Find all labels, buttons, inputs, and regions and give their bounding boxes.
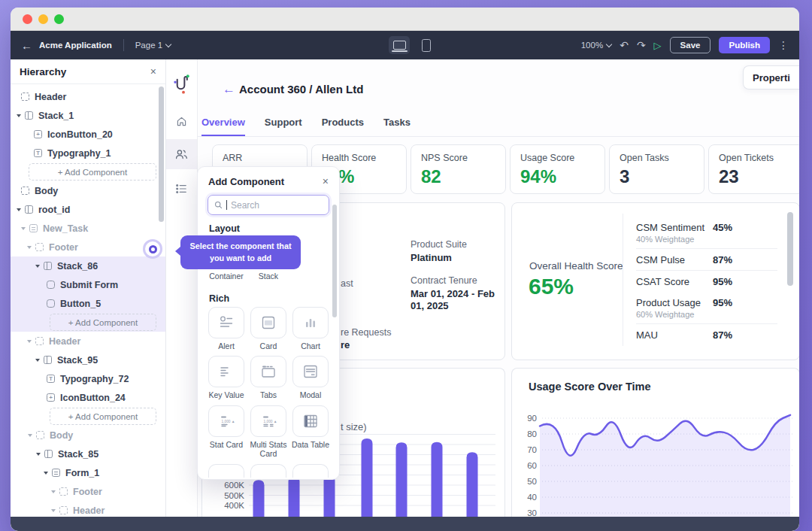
tree-item-submit-form[interactable]: Submit Form: [11, 275, 165, 294]
tree-caret-icon[interactable]: [17, 114, 21, 117]
nav-accounts-button[interactable]: [165, 139, 197, 169]
component-tile-clipped[interactable]: [250, 464, 287, 478]
search-input[interactable]: [231, 200, 323, 211]
tree-caret-icon[interactable]: [36, 453, 41, 456]
tree-item-stack-95[interactable]: Stack_95: [11, 350, 165, 369]
kpi-card-nps-score[interactable]: NPS Score82: [411, 144, 506, 194]
close-icon[interactable]: ×: [323, 175, 329, 187]
tree-item-stack-1[interactable]: Stack_1: [11, 106, 165, 125]
component-tile-tabs[interactable]: Tabs: [250, 356, 287, 400]
close-window-button[interactable]: [23, 14, 32, 24]
back-arrow-icon[interactable]: ←: [21, 39, 32, 52]
mobile-preview-button[interactable]: [416, 36, 437, 54]
tree-item-header[interactable]: Header: [11, 332, 165, 350]
tree-item-stack-86[interactable]: Stack_86: [11, 256, 165, 275]
tree-item-footer[interactable]: Footer: [11, 482, 165, 501]
redo-icon[interactable]: ↷: [637, 40, 646, 50]
tree-add-component-button[interactable]: + Add Component: [11, 162, 165, 181]
properties-panel-button[interactable]: Properti: [743, 65, 799, 90]
component-tile-modal[interactable]: Modal: [292, 356, 329, 400]
component-tile-multi-stats-card[interactable]: 1,000 ▲Multi Stats Card: [250, 405, 287, 459]
maximize-window-button[interactable]: [54, 14, 64, 24]
typo-component-icon: [34, 149, 42, 157]
tree-item-new-task[interactable]: New_Task: [11, 219, 165, 238]
component-search-box[interactable]: [208, 195, 329, 215]
app-back-arrow[interactable]: ←: [223, 82, 235, 97]
svg-text:50: 50: [527, 477, 537, 486]
tree-caret-icon[interactable]: [35, 359, 40, 362]
health-score-card[interactable]: Overall Health Score 65% CSM Sentiment45…: [511, 202, 799, 360]
component-tile-stat-card[interactable]: 1,000 ▲Stat Card: [208, 405, 245, 459]
play-icon[interactable]: ▷: [654, 41, 662, 50]
page-selector[interactable]: Page 1: [135, 41, 171, 50]
tree-caret-icon[interactable]: [44, 472, 48, 475]
component-tile-alert[interactable]: Alert: [208, 307, 245, 351]
tree-caret-icon[interactable]: [27, 340, 32, 343]
stack-component-icon: [25, 205, 33, 214]
tab-tasks[interactable]: Tasks: [383, 117, 411, 137]
kebab-menu-icon[interactable]: ⋮: [778, 40, 789, 50]
tree-add-component-button[interactable]: + Add Component: [11, 407, 165, 426]
stack-component-icon: [25, 111, 33, 120]
popover-scrollbar[interactable]: [332, 205, 337, 317]
component-tile-clipped[interactable]: [208, 464, 245, 478]
editor-toolbar: ← Acme Application Page 1 100% ↶ ↷ ▷ Sav…: [11, 31, 799, 59]
tree-item-header[interactable]: Header: [11, 501, 165, 517]
tab-products[interactable]: Products: [322, 117, 364, 137]
component-tile-data-table[interactable]: Data Table: [292, 405, 329, 459]
metric-row-mau: MAU87%: [636, 324, 777, 345]
tree-item-header[interactable]: Header: [11, 87, 165, 106]
tree-item-typography-1[interactable]: Typography_1: [11, 144, 165, 162]
clipped-tile-icon: [292, 464, 329, 478]
minimize-window-button[interactable]: [38, 14, 48, 24]
kpi-card-usage-score[interactable]: Usage Score94%: [510, 144, 605, 194]
component-tile-card[interactable]: Card: [250, 307, 287, 351]
tree-caret-icon[interactable]: [17, 208, 21, 211]
add-component-dashed-box[interactable]: + Add Component: [50, 408, 156, 425]
tree-item-label: Form_1: [65, 468, 99, 478]
tree-item-root-id[interactable]: root_id: [11, 200, 165, 219]
tree-caret-icon[interactable]: [21, 227, 26, 230]
tree-item-typography-72[interactable]: Typography_72: [11, 369, 165, 388]
kpi-card-open-tasks[interactable]: Open Tasks3: [609, 144, 704, 194]
tree-item-body[interactable]: Body: [11, 426, 165, 445]
tab-support[interactable]: Support: [265, 117, 302, 137]
tab-overview[interactable]: Overview: [201, 117, 245, 137]
kpi-card-open-tickets[interactable]: Open Tickets23: [708, 144, 799, 194]
tree-item-label: Footer: [49, 242, 78, 253]
tree-caret-icon[interactable]: [51, 490, 56, 493]
desktop-preview-button[interactable]: [389, 36, 410, 54]
usage-chart-card[interactable]: Usage Score Over Time 90807060504030: [511, 368, 799, 517]
tree-caret-icon[interactable]: [35, 265, 40, 268]
metric-value: 95%: [713, 276, 732, 287]
add-component-dashed-box[interactable]: + Add Component: [29, 163, 156, 181]
add-component-dashed-box[interactable]: + Add Component: [50, 314, 156, 331]
tree-caret-icon[interactable]: [51, 509, 56, 512]
tree-item-body[interactable]: Body: [11, 181, 165, 200]
tree-item-form-1[interactable]: Form_1: [11, 463, 165, 482]
tree-item-iconbutton-24[interactable]: IconButton_24: [11, 388, 165, 407]
close-icon[interactable]: ×: [150, 65, 156, 77]
publish-button[interactable]: Publish: [719, 37, 770, 53]
metric-weightage: 60% Weightage: [636, 310, 777, 319]
undo-icon[interactable]: ↶: [620, 40, 629, 50]
metrics-scrollbar[interactable]: [787, 212, 793, 286]
nav-tasks-button[interactable]: [165, 174, 197, 204]
hierarchy-scrollbar[interactable]: [159, 86, 164, 222]
tree-caret-icon[interactable]: [27, 246, 32, 249]
tree-item-button-5[interactable]: Button_5: [11, 294, 165, 313]
tree-caret-icon[interactable]: [28, 434, 32, 437]
component-tile-clipped[interactable]: [292, 464, 329, 478]
tile-label: Chart: [301, 341, 320, 351]
component-tile-chart[interactable]: Chart: [292, 307, 329, 351]
save-button[interactable]: Save: [670, 37, 711, 53]
tree-add-component-button[interactable]: + Add Component: [11, 313, 165, 332]
nav-home-button[interactable]: [165, 106, 197, 136]
tree-item-stack-85[interactable]: Stack_85: [11, 445, 165, 463]
component-tile-key-value[interactable]: Key Value: [208, 356, 245, 400]
tree-item-label: New_Task: [43, 223, 88, 234]
tree-item-iconbutton-20[interactable]: IconButton_20: [11, 125, 165, 144]
data-table-tile-icon: [292, 405, 329, 437]
stat-card-tile-icon: 1,000 ▲: [208, 405, 244, 437]
zoom-selector[interactable]: 100%: [581, 41, 611, 50]
